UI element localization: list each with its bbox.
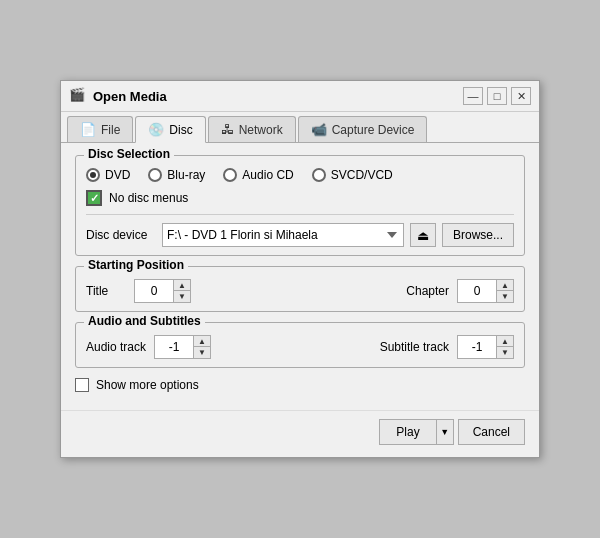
- subtitle-input[interactable]: -1: [458, 336, 496, 358]
- cancel-button[interactable]: Cancel: [458, 419, 525, 445]
- title-bar: 🎬 Open Media — □ ✕: [61, 81, 539, 112]
- play-button-group: Play ▼: [379, 419, 453, 445]
- disc-type-radio-group: DVD Blu-ray Audio CD SVCD/VCD: [86, 168, 514, 182]
- audio-up-button[interactable]: ▲: [194, 336, 210, 347]
- radio-bluray-label: Blu-ray: [167, 168, 205, 182]
- subtitle-spinner: -1 ▲ ▼: [457, 335, 514, 359]
- device-label: Disc device: [86, 228, 156, 242]
- title-label: Title: [86, 284, 126, 298]
- radio-svcd[interactable]: SVCD/VCD: [312, 168, 393, 182]
- browse-button[interactable]: Browse...: [442, 223, 514, 247]
- title-up-button[interactable]: ▲: [174, 280, 190, 291]
- audio-input[interactable]: -1: [155, 336, 193, 358]
- subtitle-up-button[interactable]: ▲: [497, 336, 513, 347]
- tab-disc[interactable]: 💿 Disc: [135, 116, 205, 143]
- audio-arrows: ▲ ▼: [193, 336, 210, 358]
- play-dropdown-arrow: ▼: [440, 427, 449, 437]
- maximize-button[interactable]: □: [487, 87, 507, 105]
- radio-audiocd-label: Audio CD: [242, 168, 293, 182]
- title-arrows: ▲ ▼: [173, 280, 190, 302]
- radio-dvd[interactable]: DVD: [86, 168, 130, 182]
- radio-bluray[interactable]: Blu-ray: [148, 168, 205, 182]
- title-down-button[interactable]: ▼: [174, 291, 190, 302]
- eject-icon: ⏏: [417, 228, 429, 243]
- tab-file-label: File: [101, 123, 120, 137]
- title-controls: — □ ✕: [463, 87, 531, 105]
- radio-svcd-circle: [312, 168, 326, 182]
- chapter-pos-item: Chapter 0 ▲ ▼: [406, 279, 514, 303]
- chapter-spinner: 0 ▲ ▼: [457, 279, 514, 303]
- starting-position-label: Starting Position: [84, 258, 188, 272]
- chapter-up-button[interactable]: ▲: [497, 280, 513, 291]
- tab-disc-label: Disc: [169, 123, 192, 137]
- device-row: Disc device F:\ - DVD 1 Florin si Mihael…: [86, 223, 514, 247]
- tab-capture[interactable]: 📹 Capture Device: [298, 116, 428, 142]
- title-spinner: 0 ▲ ▼: [134, 279, 191, 303]
- play-button[interactable]: Play: [379, 419, 435, 445]
- bottom-bar: Play ▼ Cancel: [61, 410, 539, 457]
- chapter-label: Chapter: [406, 284, 449, 298]
- position-row: Title 0 ▲ ▼ Chapter 0 ▲: [86, 279, 514, 303]
- title-input[interactable]: 0: [135, 280, 173, 302]
- device-select[interactable]: F:\ - DVD 1 Florin si Mihaela: [162, 223, 404, 247]
- chapter-down-button[interactable]: ▼: [497, 291, 513, 302]
- vlc-icon: 🎬: [69, 87, 87, 105]
- disc-tab-icon: 💿: [148, 122, 164, 137]
- chapter-arrows: ▲ ▼: [496, 280, 513, 302]
- file-tab-icon: 📄: [80, 122, 96, 137]
- tab-capture-label: Capture Device: [332, 123, 415, 137]
- audio-track-label: Audio track: [86, 340, 146, 354]
- radio-dvd-label: DVD: [105, 168, 130, 182]
- capture-tab-icon: 📹: [311, 122, 327, 137]
- radio-audiocd-circle: [223, 168, 237, 182]
- tab-network-label: Network: [239, 123, 283, 137]
- no-disc-menus-row: ✓ No disc menus: [86, 190, 514, 206]
- audio-track-item: Audio track -1 ▲ ▼: [86, 335, 211, 359]
- subtitle-track-item: Subtitle track -1 ▲ ▼: [380, 335, 514, 359]
- disc-selection-label: Disc Selection: [84, 147, 174, 161]
- audio-spinner: -1 ▲ ▼: [154, 335, 211, 359]
- audio-subtitles-group: Audio and Subtitles Audio track -1 ▲ ▼ S…: [75, 322, 525, 368]
- radio-dvd-circle: [86, 168, 100, 182]
- tab-file[interactable]: 📄 File: [67, 116, 133, 142]
- disc-divider: [86, 214, 514, 215]
- chapter-input[interactable]: 0: [458, 280, 496, 302]
- starting-position-group: Starting Position Title 0 ▲ ▼ Chapter: [75, 266, 525, 312]
- subtitle-arrows: ▲ ▼: [496, 336, 513, 358]
- radio-svcd-label: SVCD/VCD: [331, 168, 393, 182]
- open-media-window: 🎬 Open Media — □ ✕ 📄 File 💿 Disc 🖧 Netwo…: [60, 80, 540, 458]
- close-button[interactable]: ✕: [511, 87, 531, 105]
- eject-button[interactable]: ⏏: [410, 223, 436, 247]
- play-dropdown-button[interactable]: ▼: [436, 419, 454, 445]
- subtitle-down-button[interactable]: ▼: [497, 347, 513, 358]
- no-disc-menus-checkbox[interactable]: ✓: [86, 190, 102, 206]
- radio-audiocd[interactable]: Audio CD: [223, 168, 293, 182]
- show-more-label: Show more options: [96, 378, 199, 392]
- disc-selection-group: Disc Selection DVD Blu-ray Audio CD SVCD…: [75, 155, 525, 256]
- show-more-row: Show more options: [75, 378, 525, 392]
- checkmark-icon: ✓: [90, 193, 99, 204]
- radio-bluray-circle: [148, 168, 162, 182]
- no-disc-menus-label: No disc menus: [109, 191, 188, 205]
- minimize-button[interactable]: —: [463, 87, 483, 105]
- audio-subtitles-label: Audio and Subtitles: [84, 314, 205, 328]
- window-title: Open Media: [93, 89, 167, 104]
- subtitle-track-label: Subtitle track: [380, 340, 449, 354]
- tab-bar: 📄 File 💿 Disc 🖧 Network 📹 Capture Device: [61, 112, 539, 143]
- title-bar-left: 🎬 Open Media: [69, 87, 167, 105]
- audio-row: Audio track -1 ▲ ▼ Subtitle track -1: [86, 335, 514, 359]
- tab-network[interactable]: 🖧 Network: [208, 116, 296, 142]
- audio-down-button[interactable]: ▼: [194, 347, 210, 358]
- title-pos-item: Title 0 ▲ ▼: [86, 279, 191, 303]
- network-tab-icon: 🖧: [221, 122, 234, 137]
- main-content: Disc Selection DVD Blu-ray Audio CD SVCD…: [61, 143, 539, 410]
- show-more-checkbox[interactable]: [75, 378, 89, 392]
